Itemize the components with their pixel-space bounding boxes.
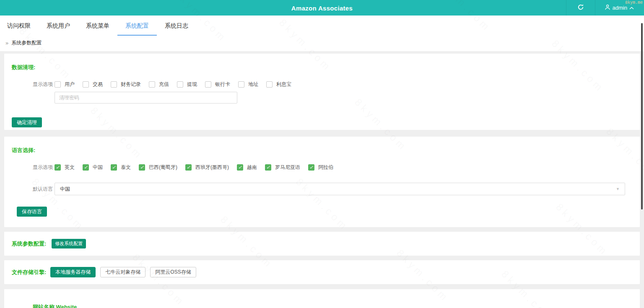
checkbox-option[interactable]: ✓ 交易 xyxy=(83,81,103,88)
checkbox-option[interactable]: ✓ 利息宝 xyxy=(266,81,291,88)
check-icon: ✓ xyxy=(84,165,88,170)
checkbox[interactable]: ✓ xyxy=(111,81,117,88)
tab[interactable]: 系统配置 xyxy=(125,21,149,36)
storage-engine-button[interactable]: 七牛云对象存储 xyxy=(100,267,145,277)
username: admin xyxy=(613,5,627,11)
checkbox-checked[interactable]: ✓ xyxy=(308,164,314,171)
checkbox-label: 阿拉伯 xyxy=(318,164,333,171)
checkbox-option[interactable]: ✓ 地址 xyxy=(238,81,258,88)
language-options-row: 显示选项 ✓ 英文 ✓ 中国 ✓ 泰文 ✓ 巴西(葡萄牙) ✓ 西班牙(墨西哥) xyxy=(33,164,640,171)
person-icon xyxy=(605,4,610,11)
checkbox-checked[interactable]: ✓ xyxy=(83,164,89,171)
storage-engine-label: 文件存储引擎: xyxy=(12,269,46,276)
checkbox-option[interactable]: ✓ 银行卡 xyxy=(205,81,230,88)
confirm-clean-button[interactable]: 确定清理 xyxy=(12,117,42,127)
page-title: Amazon Associates xyxy=(291,4,353,11)
tab-breadcrumb-block: 访问权限系统用户系统菜单系统配置系统日志 » 系统参数配置 xyxy=(0,16,644,51)
refresh-button[interactable] xyxy=(566,0,595,16)
data-clean-checkbox-list: ✓ 用户 ✓ 交易 ✓ 财务记录 ✓ 充值 ✓ 提现 ✓ 银行卡 xyxy=(55,81,299,88)
checkbox-option[interactable]: ✓ 西班牙(墨西哥) xyxy=(185,164,229,171)
check-icon: ✓ xyxy=(140,165,144,170)
checkbox-option[interactable]: ✓ 罗马尼亚语 xyxy=(265,164,300,171)
checkbox-checked[interactable]: ✓ xyxy=(185,164,192,171)
checkbox-option[interactable]: ✓ 越南 xyxy=(237,164,257,171)
checkbox-label: 财务记录 xyxy=(121,81,141,88)
checkbox[interactable]: ✓ xyxy=(238,81,244,88)
checkbox-label: 用户 xyxy=(65,81,75,88)
modify-config-button[interactable]: 修改系统配置 xyxy=(52,239,86,248)
options-label: 显示选项 xyxy=(33,164,53,171)
scrollbar-thumb[interactable] xyxy=(641,23,643,210)
checkbox-label: 利息宝 xyxy=(276,81,291,88)
storage-engine-buttons: 本地服务器存储七牛云对象存储阿里云OSS存储 xyxy=(50,267,200,277)
selected-language: 中国 xyxy=(60,186,70,193)
check-icon: ✓ xyxy=(266,165,270,170)
checkbox-label: 罗马尼亚语 xyxy=(275,164,300,171)
checkbox-option[interactable]: ✓ 充值 xyxy=(149,81,169,88)
check-icon: ✓ xyxy=(187,165,190,170)
website-section: 网站名称 Website xyxy=(4,289,640,308)
data-clean-label: 数据清理: xyxy=(12,64,640,71)
checkbox-option[interactable]: ✓ 提现 xyxy=(177,81,197,88)
checkbox[interactable]: ✓ xyxy=(177,81,183,88)
checkbox-label: 英文 xyxy=(65,164,75,171)
checkbox[interactable]: ✓ xyxy=(83,81,89,88)
checkbox[interactable]: ✓ xyxy=(266,81,273,88)
checkbox-checked[interactable]: ✓ xyxy=(265,164,271,171)
checkbox-option[interactable]: ✓ 巴西(葡萄牙) xyxy=(139,164,177,171)
tab[interactable]: 系统用户 xyxy=(47,21,70,36)
data-clean-section: 数据清理: 显示选项 ✓ 用户 ✓ 交易 ✓ 财务记录 ✓ 充值 ✓ 提现 xyxy=(4,54,640,130)
checkbox-option[interactable]: ✓ 英文 xyxy=(55,164,75,171)
options-label: 显示选项 xyxy=(33,81,53,88)
check-icon: ✓ xyxy=(238,165,242,170)
checkbox-option[interactable]: ✓ 泰文 xyxy=(111,164,131,171)
default-language-select[interactable]: 中国 ▼ xyxy=(55,183,625,195)
checkbox-checked[interactable]: ✓ xyxy=(237,164,243,171)
page: Amazon Associates 8kym.me admi xyxy=(0,0,644,308)
checkbox-checked[interactable]: ✓ xyxy=(139,164,145,171)
tab[interactable]: 系统菜单 xyxy=(86,21,109,36)
check-icon: ✓ xyxy=(56,165,60,170)
checkbox-checked[interactable]: ✓ xyxy=(55,164,61,171)
scrollbar[interactable] xyxy=(640,16,644,308)
checkbox-option[interactable]: ✓ 阿拉伯 xyxy=(308,164,333,171)
storage-engine-button[interactable]: 本地服务器存储 xyxy=(50,267,96,277)
system-config-section: 系统参数配置: 修改系统配置 xyxy=(4,232,640,256)
checkbox-label: 提现 xyxy=(187,81,197,88)
checkbox-label: 银行卡 xyxy=(215,81,230,88)
tab[interactable]: 系统日志 xyxy=(165,21,188,36)
check-icon: ✓ xyxy=(112,165,116,170)
app-header: Amazon Associates 8kym.me admi xyxy=(0,0,644,16)
breadcrumb-label: 系统参数配置 xyxy=(11,39,42,47)
checkbox-label: 充值 xyxy=(159,81,169,88)
language-checkbox-list: ✓ 英文 ✓ 中国 ✓ 泰文 ✓ 巴西(葡萄牙) ✓ 西班牙(墨西哥) ✓ 越南 xyxy=(55,164,341,171)
tab-bar: 访问权限系统用户系统菜单系统配置系统日志 xyxy=(0,16,644,36)
checkbox-label: 泰文 xyxy=(121,164,131,171)
user-menu[interactable]: admin xyxy=(595,0,644,16)
checkbox-option[interactable]: ✓ 中国 xyxy=(83,164,103,171)
system-config-label: 系统参数配置: xyxy=(12,240,46,248)
language-section: 语言选择: 显示选项 ✓ 英文 ✓ 中国 ✓ 泰文 ✓ 巴西(葡萄牙) ✓ 西班… xyxy=(4,137,640,227)
checkbox[interactable]: ✓ xyxy=(149,81,155,88)
double-chevron-icon: » xyxy=(5,40,8,46)
caret-down-icon: ▼ xyxy=(616,187,620,191)
refresh-icon xyxy=(577,4,584,12)
data-clean-options-row: 显示选项 ✓ 用户 ✓ 交易 ✓ 财务记录 ✓ 充值 ✓ 提现 ✓ xyxy=(33,81,640,88)
storage-engine-button[interactable]: 阿里云OSS存储 xyxy=(150,267,196,277)
tab[interactable]: 访问权限 xyxy=(7,21,31,36)
checkbox[interactable]: ✓ xyxy=(55,81,61,88)
checkbox-label: 中国 xyxy=(93,164,103,171)
website-label: 网站名称 Website xyxy=(33,303,640,308)
checkbox-option[interactable]: ✓ 用户 xyxy=(55,81,75,88)
clean-password-input[interactable] xyxy=(55,92,237,104)
breadcrumb: » 系统参数配置 xyxy=(0,36,644,47)
checkbox-checked[interactable]: ✓ xyxy=(111,164,117,171)
check-icon: ✓ xyxy=(309,165,313,170)
checkbox-label: 交易 xyxy=(93,81,103,88)
checkbox[interactable]: ✓ xyxy=(205,81,211,88)
save-language-button[interactable]: 保存语言 xyxy=(17,207,47,217)
language-label: 语言选择: xyxy=(12,147,640,154)
checkbox-option[interactable]: ✓ 财务记录 xyxy=(111,81,141,88)
default-language-row: 默认语言 中国 ▼ xyxy=(33,183,625,195)
default-language-label: 默认语言 xyxy=(33,186,53,193)
